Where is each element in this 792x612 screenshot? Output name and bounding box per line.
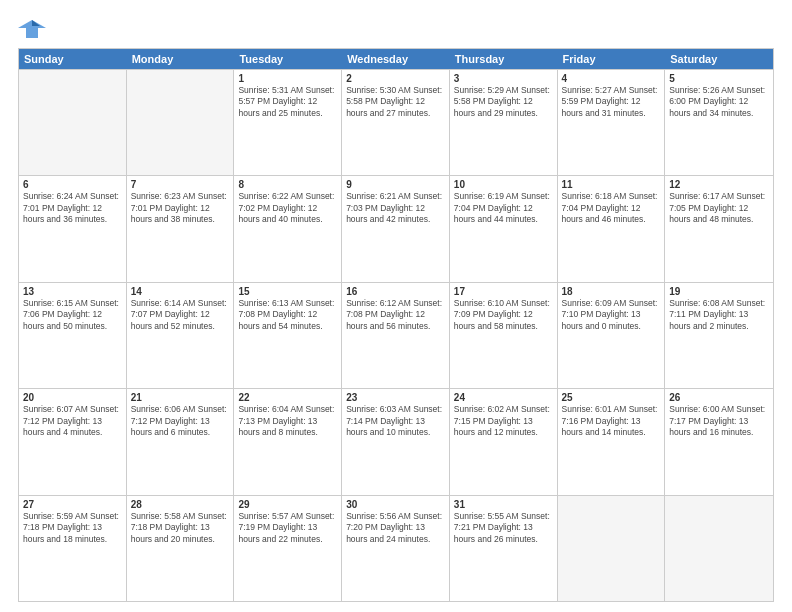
day-cell — [127, 70, 235, 175]
day-number: 25 — [562, 392, 661, 403]
day-info: Sunrise: 5:57 AM Sunset: 7:19 PM Dayligh… — [238, 511, 337, 545]
day-cell: 29Sunrise: 5:57 AM Sunset: 7:19 PM Dayli… — [234, 496, 342, 601]
day-number: 21 — [131, 392, 230, 403]
day-info: Sunrise: 6:12 AM Sunset: 7:08 PM Dayligh… — [346, 298, 445, 332]
day-header-friday: Friday — [558, 49, 666, 69]
day-number: 24 — [454, 392, 553, 403]
day-number: 28 — [131, 499, 230, 510]
day-info: Sunrise: 5:56 AM Sunset: 7:20 PM Dayligh… — [346, 511, 445, 545]
day-cell: 25Sunrise: 6:01 AM Sunset: 7:16 PM Dayli… — [558, 389, 666, 494]
day-cell: 26Sunrise: 6:00 AM Sunset: 7:17 PM Dayli… — [665, 389, 773, 494]
day-cell: 28Sunrise: 5:58 AM Sunset: 7:18 PM Dayli… — [127, 496, 235, 601]
day-cell: 22Sunrise: 6:04 AM Sunset: 7:13 PM Dayli… — [234, 389, 342, 494]
day-number: 3 — [454, 73, 553, 84]
day-cell: 24Sunrise: 6:02 AM Sunset: 7:15 PM Dayli… — [450, 389, 558, 494]
day-cell: 17Sunrise: 6:10 AM Sunset: 7:09 PM Dayli… — [450, 283, 558, 388]
day-number: 22 — [238, 392, 337, 403]
day-number: 12 — [669, 179, 769, 190]
day-info: Sunrise: 6:14 AM Sunset: 7:07 PM Dayligh… — [131, 298, 230, 332]
day-info: Sunrise: 5:29 AM Sunset: 5:58 PM Dayligh… — [454, 85, 553, 119]
week-row-3: 13Sunrise: 6:15 AM Sunset: 7:06 PM Dayli… — [19, 282, 773, 388]
day-cell: 15Sunrise: 6:13 AM Sunset: 7:08 PM Dayli… — [234, 283, 342, 388]
day-number: 23 — [346, 392, 445, 403]
day-cell: 11Sunrise: 6:18 AM Sunset: 7:04 PM Dayli… — [558, 176, 666, 281]
day-cell: 16Sunrise: 6:12 AM Sunset: 7:08 PM Dayli… — [342, 283, 450, 388]
day-cell: 4Sunrise: 5:27 AM Sunset: 5:59 PM Daylig… — [558, 70, 666, 175]
day-cell: 1Sunrise: 5:31 AM Sunset: 5:57 PM Daylig… — [234, 70, 342, 175]
day-number: 10 — [454, 179, 553, 190]
day-number: 4 — [562, 73, 661, 84]
weeks: 1Sunrise: 5:31 AM Sunset: 5:57 PM Daylig… — [19, 69, 773, 601]
day-header-sunday: Sunday — [19, 49, 127, 69]
day-cell — [558, 496, 666, 601]
day-cell: 31Sunrise: 5:55 AM Sunset: 7:21 PM Dayli… — [450, 496, 558, 601]
day-number: 17 — [454, 286, 553, 297]
day-info: Sunrise: 5:55 AM Sunset: 7:21 PM Dayligh… — [454, 511, 553, 545]
day-cell: 23Sunrise: 6:03 AM Sunset: 7:14 PM Dayli… — [342, 389, 450, 494]
day-info: Sunrise: 6:18 AM Sunset: 7:04 PM Dayligh… — [562, 191, 661, 225]
day-number: 18 — [562, 286, 661, 297]
day-number: 6 — [23, 179, 122, 190]
day-cell: 8Sunrise: 6:22 AM Sunset: 7:02 PM Daylig… — [234, 176, 342, 281]
day-info: Sunrise: 5:58 AM Sunset: 7:18 PM Dayligh… — [131, 511, 230, 545]
day-info: Sunrise: 5:31 AM Sunset: 5:57 PM Dayligh… — [238, 85, 337, 119]
week-row-2: 6Sunrise: 6:24 AM Sunset: 7:01 PM Daylig… — [19, 175, 773, 281]
day-number: 11 — [562, 179, 661, 190]
day-number: 8 — [238, 179, 337, 190]
day-info: Sunrise: 6:01 AM Sunset: 7:16 PM Dayligh… — [562, 404, 661, 438]
day-info: Sunrise: 6:22 AM Sunset: 7:02 PM Dayligh… — [238, 191, 337, 225]
day-number: 13 — [23, 286, 122, 297]
day-cell: 5Sunrise: 5:26 AM Sunset: 6:00 PM Daylig… — [665, 70, 773, 175]
day-cell — [665, 496, 773, 601]
day-number: 31 — [454, 499, 553, 510]
header — [18, 18, 774, 40]
day-info: Sunrise: 5:59 AM Sunset: 7:18 PM Dayligh… — [23, 511, 122, 545]
day-info: Sunrise: 5:27 AM Sunset: 5:59 PM Dayligh… — [562, 85, 661, 119]
day-cell: 13Sunrise: 6:15 AM Sunset: 7:06 PM Dayli… — [19, 283, 127, 388]
day-number: 20 — [23, 392, 122, 403]
logo-icon — [18, 18, 46, 40]
day-cell: 3Sunrise: 5:29 AM Sunset: 5:58 PM Daylig… — [450, 70, 558, 175]
day-cell: 30Sunrise: 5:56 AM Sunset: 7:20 PM Dayli… — [342, 496, 450, 601]
day-info: Sunrise: 5:30 AM Sunset: 5:58 PM Dayligh… — [346, 85, 445, 119]
day-header-wednesday: Wednesday — [342, 49, 450, 69]
day-info: Sunrise: 6:13 AM Sunset: 7:08 PM Dayligh… — [238, 298, 337, 332]
week-row-1: 1Sunrise: 5:31 AM Sunset: 5:57 PM Daylig… — [19, 69, 773, 175]
day-number: 15 — [238, 286, 337, 297]
calendar: SundayMondayTuesdayWednesdayThursdayFrid… — [18, 48, 774, 602]
day-info: Sunrise: 5:26 AM Sunset: 6:00 PM Dayligh… — [669, 85, 769, 119]
day-info: Sunrise: 6:21 AM Sunset: 7:03 PM Dayligh… — [346, 191, 445, 225]
day-info: Sunrise: 6:00 AM Sunset: 7:17 PM Dayligh… — [669, 404, 769, 438]
day-cell: 9Sunrise: 6:21 AM Sunset: 7:03 PM Daylig… — [342, 176, 450, 281]
day-cell: 7Sunrise: 6:23 AM Sunset: 7:01 PM Daylig… — [127, 176, 235, 281]
day-number: 26 — [669, 392, 769, 403]
day-info: Sunrise: 6:19 AM Sunset: 7:04 PM Dayligh… — [454, 191, 553, 225]
day-info: Sunrise: 6:03 AM Sunset: 7:14 PM Dayligh… — [346, 404, 445, 438]
day-info: Sunrise: 6:08 AM Sunset: 7:11 PM Dayligh… — [669, 298, 769, 332]
day-info: Sunrise: 6:23 AM Sunset: 7:01 PM Dayligh… — [131, 191, 230, 225]
day-info: Sunrise: 6:10 AM Sunset: 7:09 PM Dayligh… — [454, 298, 553, 332]
day-info: Sunrise: 6:24 AM Sunset: 7:01 PM Dayligh… — [23, 191, 122, 225]
day-number: 9 — [346, 179, 445, 190]
day-info: Sunrise: 6:15 AM Sunset: 7:06 PM Dayligh… — [23, 298, 122, 332]
day-cell: 20Sunrise: 6:07 AM Sunset: 7:12 PM Dayli… — [19, 389, 127, 494]
day-number: 2 — [346, 73, 445, 84]
page: SundayMondayTuesdayWednesdayThursdayFrid… — [0, 0, 792, 612]
day-number: 30 — [346, 499, 445, 510]
day-header-monday: Monday — [127, 49, 235, 69]
day-info: Sunrise: 6:06 AM Sunset: 7:12 PM Dayligh… — [131, 404, 230, 438]
day-header-tuesday: Tuesday — [234, 49, 342, 69]
day-info: Sunrise: 6:09 AM Sunset: 7:10 PM Dayligh… — [562, 298, 661, 332]
day-headers: SundayMondayTuesdayWednesdayThursdayFrid… — [19, 49, 773, 69]
day-number: 14 — [131, 286, 230, 297]
day-number: 7 — [131, 179, 230, 190]
day-header-saturday: Saturday — [665, 49, 773, 69]
week-row-4: 20Sunrise: 6:07 AM Sunset: 7:12 PM Dayli… — [19, 388, 773, 494]
day-cell: 10Sunrise: 6:19 AM Sunset: 7:04 PM Dayli… — [450, 176, 558, 281]
day-cell: 12Sunrise: 6:17 AM Sunset: 7:05 PM Dayli… — [665, 176, 773, 281]
day-number: 16 — [346, 286, 445, 297]
day-header-thursday: Thursday — [450, 49, 558, 69]
day-number: 29 — [238, 499, 337, 510]
day-cell: 14Sunrise: 6:14 AM Sunset: 7:07 PM Dayli… — [127, 283, 235, 388]
day-cell: 21Sunrise: 6:06 AM Sunset: 7:12 PM Dayli… — [127, 389, 235, 494]
